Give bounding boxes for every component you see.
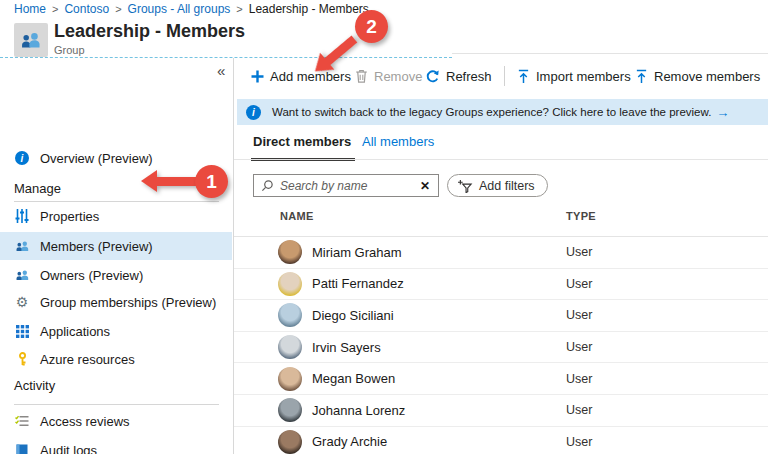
search-box: ✕	[253, 174, 439, 197]
avatar	[278, 303, 302, 327]
info-icon: i	[14, 150, 30, 166]
applications-icon	[14, 323, 30, 339]
filter-plus-icon	[458, 179, 473, 193]
sidebar-item-access-reviews[interactable]: Access reviews	[0, 408, 232, 434]
member-tabs: Direct members All members	[234, 134, 768, 160]
sidebar-item-label: Properties	[40, 209, 99, 224]
azure-groups-members-page: Home > Contoso > Groups - All groups > L…	[0, 0, 768, 454]
sidebar-item-audit-logs[interactable]: Audit logs	[0, 437, 232, 454]
banner-text: Want to switch back to the legacy Groups…	[272, 106, 711, 118]
upload-icon	[635, 69, 648, 84]
sidebar-item-label: Applications	[40, 324, 110, 339]
properties-icon	[14, 208, 30, 224]
member-type: User	[566, 435, 592, 449]
sidebar-item-label: Access reviews	[40, 414, 130, 429]
annotation-step-2: 2	[355, 10, 388, 43]
section-divider	[14, 404, 219, 405]
breadcrumb-contoso[interactable]: Contoso	[64, 2, 109, 16]
breadcrumb-home[interactable]: Home	[14, 2, 46, 16]
plus-icon	[251, 70, 264, 83]
sidebar-item-group-memberships[interactable]: ⚙ Group memberships (Preview)	[0, 289, 232, 315]
avatar	[278, 398, 302, 422]
sidebar-item-azure-resources[interactable]: Azure resources	[0, 346, 232, 372]
annotation-step-1: 1	[195, 165, 228, 198]
import-members-label: Import members	[536, 69, 631, 84]
sidebar-item-applications[interactable]: Applications	[0, 318, 232, 344]
gear-icon: ⚙	[14, 294, 30, 310]
table-row[interactable]: Megan Bowen User	[234, 363, 768, 395]
section-divider	[14, 201, 219, 202]
table-row[interactable]: Grady Archie User	[234, 427, 768, 454]
breadcrumb-separator: >	[52, 3, 58, 15]
page-subtitle: Group	[54, 44, 85, 56]
column-header-type: TYPE	[566, 210, 596, 222]
legacy-experience-banner[interactable]: i Want to switch back to the legacy Grou…	[237, 99, 768, 125]
sidebar-item-overview[interactable]: i Overview (Preview)	[0, 145, 232, 171]
avatar	[278, 240, 302, 264]
avatar	[278, 367, 302, 391]
sidebar-item-label: Azure resources	[40, 352, 135, 367]
breadcrumb-groups[interactable]: Groups - All groups	[128, 2, 231, 16]
table-row[interactable]: Miriam Graham User	[234, 237, 768, 269]
add-filters-button[interactable]: Add filters	[447, 174, 548, 197]
add-filters-label: Add filters	[479, 179, 535, 193]
sidebar-section-manage: Manage	[14, 181, 61, 201]
trash-icon	[355, 69, 368, 83]
sidebar-collapse-chevron-icon[interactable]: «	[217, 62, 225, 79]
remove-members-button[interactable]: Remove members	[635, 62, 760, 90]
breadcrumb: Home > Contoso > Groups - All groups > L…	[14, 2, 369, 16]
access-reviews-icon	[14, 413, 30, 429]
sidebar-item-members[interactable]: Members (Preview)	[0, 232, 232, 260]
search-icon	[261, 179, 274, 192]
breadcrumb-current: Leadership - Members	[249, 2, 369, 16]
table-row[interactable]: Johanna Lorenz User	[234, 395, 768, 427]
avatar	[278, 272, 302, 296]
avatar	[278, 430, 302, 454]
member-type: User	[566, 403, 592, 417]
sidebar-item-owners[interactable]: Owners (Preview)	[0, 262, 232, 288]
import-members-button[interactable]: Import members	[517, 62, 631, 90]
member-name: Miriam Graham	[312, 245, 402, 260]
member-name: Irvin Sayers	[312, 340, 381, 355]
sidebar-item-label: Audit logs	[40, 443, 97, 454]
refresh-icon	[425, 69, 440, 84]
toolbar-divider	[504, 66, 505, 86]
table-row[interactable]: Diego Siciliani User	[234, 300, 768, 332]
table-row[interactable]: Patti Fernandez User	[234, 269, 768, 301]
tab-all-members[interactable]: All members	[362, 134, 434, 149]
table-row[interactable]: Irvin Sayers User	[234, 332, 768, 364]
sidebar-item-label: Group memberships (Preview)	[40, 295, 216, 310]
remove-label: Remove	[374, 69, 422, 84]
refresh-label: Refresh	[446, 69, 492, 84]
add-members-label: Add members	[270, 69, 351, 84]
members-list: Miriam Graham User Patti Fernandez User …	[234, 237, 768, 454]
refresh-button[interactable]: Refresh	[425, 62, 492, 90]
tabs-bottom-border	[234, 159, 768, 160]
member-type: User	[566, 372, 592, 386]
remove-button[interactable]: Remove	[355, 62, 422, 90]
member-name: Patti Fernandez	[312, 276, 404, 291]
sidebar-section-activity: Activity	[14, 378, 55, 398]
people-icon	[20, 32, 42, 49]
clear-search-icon[interactable]: ✕	[420, 179, 430, 193]
member-type: User	[566, 308, 592, 322]
sidebar-item-properties[interactable]: Properties	[0, 203, 232, 229]
member-type: User	[566, 340, 592, 354]
sidebar-item-label: Overview (Preview)	[40, 151, 153, 166]
remove-members-label: Remove members	[654, 69, 760, 84]
upload-icon	[517, 69, 530, 84]
sidebar-item-label: Members (Preview)	[40, 239, 153, 254]
page-title: Leadership - Members	[54, 21, 245, 42]
audit-logs-icon	[14, 442, 30, 454]
breadcrumb-separator: >	[236, 3, 242, 15]
group-icon	[14, 23, 48, 57]
arrow-right-icon: →	[716, 105, 729, 120]
sidebar-item-label: Owners (Preview)	[40, 268, 143, 283]
member-name: Megan Bowen	[312, 371, 395, 386]
tab-direct-members[interactable]: Direct members	[253, 134, 351, 149]
breadcrumb-separator: >	[115, 3, 121, 15]
search-input[interactable]	[280, 179, 412, 193]
main-content: Add members Remove Refresh	[234, 58, 768, 454]
avatar	[278, 335, 302, 359]
member-name: Grady Archie	[312, 434, 387, 449]
